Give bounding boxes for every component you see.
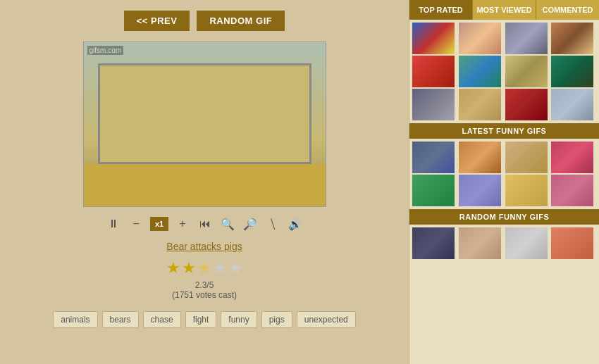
latest-funny-grid — [409, 139, 599, 209]
thumb-11[interactable] — [505, 89, 548, 120]
random-gif-button[interactable]: RANDOM GIF — [197, 11, 285, 31]
sound-button[interactable]: 🔊 — [287, 215, 304, 232]
thumb-7[interactable] — [505, 56, 548, 87]
thumb-18[interactable] — [459, 175, 501, 206]
thumb-19[interactable] — [505, 175, 548, 206]
thumb-13[interactable] — [412, 142, 455, 173]
gif-watermark: gifsm.com — [87, 46, 124, 55]
random-funny-gifs-header: RANDOM FUNNY GIFS — [409, 209, 599, 225]
tab-commented[interactable]: COMMENTED — [536, 0, 599, 20]
thumb-5[interactable] — [412, 56, 455, 87]
plus-button[interactable]: + — [174, 215, 191, 232]
zoom-in-button[interactable]: 🔎 — [242, 215, 259, 232]
tag-animals[interactable]: animals — [53, 311, 97, 328]
x1-button[interactable]: x1 — [150, 217, 168, 231]
thumb-14[interactable] — [459, 142, 501, 173]
random-funny-grid — [409, 225, 599, 262]
thumb-20[interactable] — [551, 175, 593, 206]
rating-value: 2.3/5 (1751 votes cast) — [172, 280, 237, 300]
latest-funny-gifs-header: LATEST FUNNY GIFS — [409, 123, 599, 139]
thumb-16[interactable] — [551, 142, 593, 173]
star-2[interactable]: ★ — [182, 259, 196, 277]
stars-row[interactable]: ★ ★ ★ ★ ★ — [166, 259, 242, 277]
thumb-15[interactable] — [505, 142, 548, 173]
tags-row: animals bears chase fight funny pigs une… — [53, 311, 356, 328]
gif-scene — [84, 42, 326, 206]
right-panel: TOP RATED MOST VIEWED COMMENTED LATEST F… — [409, 0, 599, 364]
thumb-22[interactable] — [459, 227, 501, 259]
thumb-12[interactable] — [551, 89, 593, 120]
prev-button[interactable]: << PREV — [124, 11, 190, 31]
tag-chase[interactable]: chase — [143, 311, 181, 328]
thumb-23[interactable] — [505, 227, 548, 259]
thumb-24[interactable] — [551, 227, 593, 259]
zoom-out-button[interactable]: 🔍 — [219, 215, 236, 232]
rewind-button[interactable]: ⏮ — [197, 215, 214, 232]
tabs-row: TOP RATED MOST VIEWED COMMENTED — [409, 0, 599, 20]
tag-funny[interactable]: funny — [221, 311, 257, 328]
pause-button[interactable]: ⏸ — [105, 215, 122, 232]
star-1[interactable]: ★ — [166, 259, 180, 277]
top-rated-grid — [409, 20, 599, 123]
thumb-1[interactable] — [412, 23, 455, 54]
gif-title[interactable]: Bear attacks pigs — [166, 241, 242, 252]
star-5[interactable]: ★ — [228, 259, 242, 277]
tag-bears[interactable]: bears — [102, 311, 139, 328]
gif-container: gifsm.com — [83, 42, 326, 207]
tag-pigs[interactable]: pigs — [261, 311, 292, 328]
thumb-8[interactable] — [551, 56, 593, 87]
tab-top-rated[interactable]: TOP RATED — [409, 0, 473, 20]
tag-unexpected[interactable]: unexpected — [297, 311, 356, 328]
thumb-4[interactable] — [551, 23, 593, 54]
thumb-9[interactable] — [412, 89, 455, 120]
minus-button[interactable]: − — [128, 215, 144, 232]
tab-most-viewed[interactable]: MOST VIEWED — [473, 0, 536, 20]
star-3[interactable]: ★ — [197, 259, 211, 277]
star-4[interactable]: ★ — [213, 259, 227, 277]
nav-buttons: << PREV RANDOM GIF — [124, 11, 285, 31]
expand-button[interactable]: ⧹ — [264, 215, 281, 232]
thumb-3[interactable] — [505, 23, 548, 54]
tag-fight[interactable]: fight — [185, 311, 217, 328]
thumb-2[interactable] — [459, 23, 501, 54]
thumb-10[interactable] — [459, 89, 501, 120]
thumb-6[interactable] — [459, 56, 501, 87]
thumb-17[interactable] — [412, 175, 455, 206]
thumb-21[interactable] — [412, 227, 455, 259]
controls-bar: ⏸ − x1 + ⏮ 🔍 🔎 ⧹ 🔊 — [105, 215, 304, 232]
